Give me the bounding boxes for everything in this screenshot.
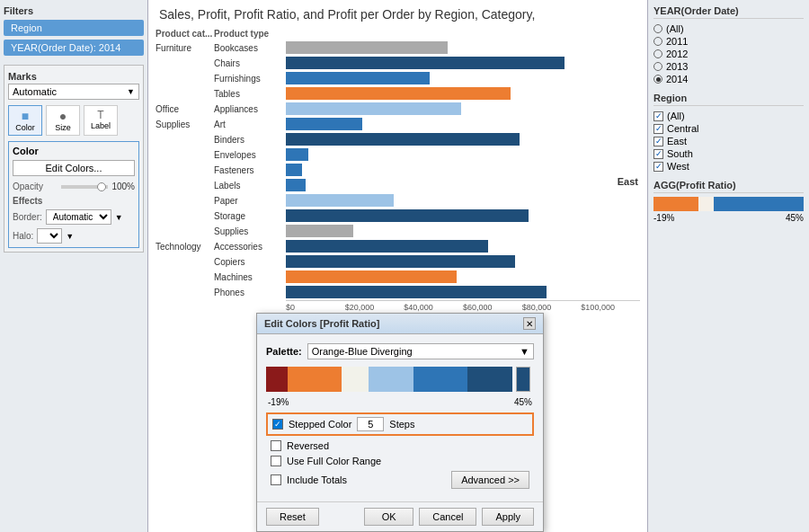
year-option-2014[interactable]: 2014 [653,73,804,85]
filters-title: Filters [4,4,144,18]
dialog-body: Palette: Orange-Blue Diverging ▼ [257,334,543,501]
region-label-central: Central [667,123,698,134]
swatch-dark-blue[interactable] [467,367,512,392]
col-header-cat: Product cat... [156,29,214,39]
bar-container [286,164,640,176]
halo-dropdown[interactable] [37,228,62,244]
opacity-slider[interactable] [61,185,108,189]
prod-label-binders: Binders [214,135,286,145]
filter-region[interactable]: Region [4,20,144,36]
palette-dropdown[interactable]: Orange-Blue Diverging ▼ [307,343,534,359]
ok-button[interactable]: OK [364,508,413,526]
marks-type-dropdown[interactable]: Automatic ▼ [8,84,139,100]
color-mark-btn[interactable]: ■ Color [8,105,42,136]
halo-label: Halo: [13,231,33,241]
reset-button[interactable]: Reset [266,508,319,526]
include-totals-label: Include Totals [287,474,347,485]
swatch-selected[interactable] [516,367,530,392]
cat-label-furniture: Furniture [156,43,214,53]
bar-container [286,41,640,54]
year-label-all: (All) [666,23,684,34]
region-south[interactable]: ✓ South [653,147,804,160]
legend-labels: -19% 45% [653,213,804,223]
swatch-light-blue[interactable] [369,367,413,392]
label-mark-btn[interactable]: T Label [84,105,118,136]
dialog-action-buttons: OK Cancel Apply [364,508,534,526]
swatch-white[interactable] [342,367,369,392]
swatch-dark-red[interactable] [266,367,288,392]
dialog-footer: Reset OK Cancel Apply [257,501,543,531]
region-central[interactable]: ✓ Central [653,122,804,135]
legend-min: -19% [653,213,674,223]
year-option-2013[interactable]: 2013 [653,60,804,73]
label-icon: T [97,109,103,121]
bar-container [286,255,640,268]
effects-section: Effects Border: Automatic ▼ Halo: ▼ [13,195,135,244]
prod-label-phones: Phones [214,288,286,297]
include-totals-checkbox[interactable] [271,474,281,485]
year-option-all[interactable]: (All) [653,22,804,35]
region-east[interactable]: ✓ East [653,135,804,147]
col-header-prod: Product type [214,29,286,39]
bar-container [286,118,640,130]
palette-value: Orange-Blue Diverging [312,346,413,357]
region-all[interactable]: ✓ (All) [653,110,804,122]
region-label-west: West [667,161,689,172]
region-label-south: South [667,148,693,159]
advanced-button[interactable]: Advanced >> [451,471,529,489]
checkbox-all[interactable]: ✓ [653,111,663,121]
bar-storage [286,209,529,222]
region-west[interactable]: ✓ West [653,160,804,173]
checkbox-central[interactable]: ✓ [653,124,663,134]
swatch-blue[interactable] [413,367,467,392]
bar-container [286,270,640,283]
opacity-row: Opacity 100% [13,182,135,191]
reversed-checkbox[interactable] [271,440,281,451]
marks-title: Marks [8,69,139,84]
bar-machines [286,270,457,283]
cat-label-office: Office [156,104,214,114]
radio-2013[interactable] [653,62,662,71]
year-option-2011[interactable]: 2011 [653,35,804,48]
size-mark-btn[interactable]: ● Size [46,105,80,136]
radio-2011[interactable] [653,37,662,46]
dialog-close-button[interactable]: ✕ [523,317,536,330]
year-label-2014: 2014 [666,74,688,84]
radio-2014[interactable] [653,75,662,84]
full-range-checkbox[interactable] [271,456,281,466]
filter-year[interactable]: YEAR(Order Date): 2014 [4,40,144,56]
legend-seg-blue [714,197,804,211]
bar-art [286,118,362,130]
palette-label: Palette: [266,346,302,357]
opacity-label: Opacity [13,182,58,191]
checkbox-west[interactable]: ✓ [653,162,663,172]
bar-container [286,225,640,237]
color-subsection: Color Edit Colors... Opacity 100% Effect… [8,141,139,248]
apply-button[interactable]: Apply [482,508,534,526]
edit-colors-dialog: Edit Colors [Profit Ratio] ✕ Palette: Or… [256,313,544,532]
prod-label-appliances: Appliances [214,104,286,114]
table-row: Envelopes [156,147,640,162]
edit-colors-button[interactable]: Edit Colors... [13,160,135,176]
bar-container [286,102,640,115]
cancel-button[interactable]: Cancel [419,508,476,526]
border-dropdown[interactable]: Automatic [46,209,111,225]
checkbox-south[interactable]: ✓ [653,149,663,159]
color-mark-label: Color [15,123,35,132]
swatch-orange[interactable] [288,367,342,392]
right-panel: YEAR(Order Date) (All) 2011 2012 2013 20… [647,0,809,532]
year-option-2012[interactable]: 2012 [653,48,804,60]
stepped-checkbox[interactable]: ✓ [272,419,283,430]
steps-input[interactable] [357,417,384,431]
checkbox-east[interactable]: ✓ [653,137,663,146]
bar-container [286,286,640,298]
legend-seg-orange [653,197,698,211]
radio-all[interactable] [653,24,662,33]
chart-rows-container: Furniture Bookcases Chairs Furnishings [156,40,640,299]
radio-2012[interactable] [653,49,662,58]
palette-arrow: ▼ [520,346,529,357]
year-label-2011: 2011 [666,36,688,47]
chart-title-text: Sales, Profit, Profit Ratio, and Profit … [159,7,535,22]
bar-container [286,194,640,207]
opacity-thumb[interactable] [97,182,106,191]
